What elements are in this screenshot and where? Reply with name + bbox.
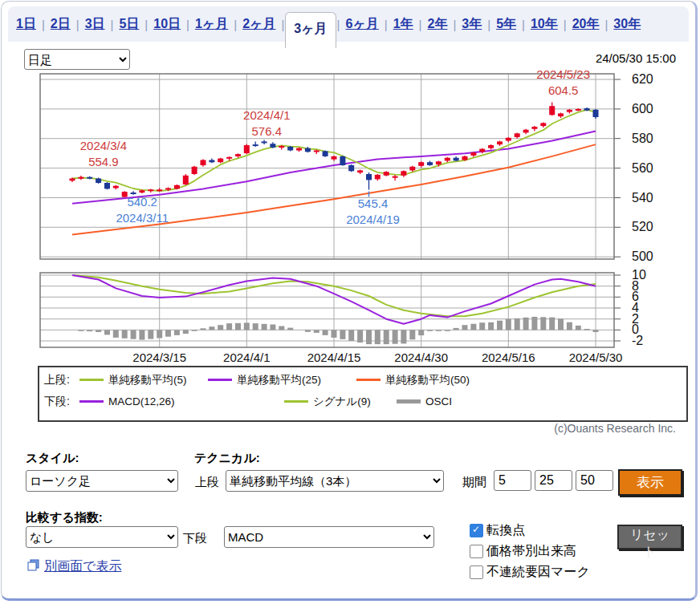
checkbox-1[interactable]	[470, 524, 483, 537]
tab-3ヶ月[interactable]: 3ヶ月	[285, 12, 336, 48]
legend-item-label: 単純移動平均(25)	[237, 373, 321, 387]
quote-timestamp: 24/05/30 15:00	[596, 51, 676, 65]
legend-upper-label: 上段:	[44, 373, 79, 387]
legend-item: 単純移動平均(25)	[208, 373, 356, 387]
tab-6ヶ月[interactable]: 6ヶ月	[341, 14, 384, 34]
svg-text:2024/3/11: 2024/3/11	[116, 211, 169, 225]
upper-indicator-select[interactable]: 単純移動平均線（3本）	[226, 470, 444, 492]
upper-prefix-label: 上段	[195, 475, 219, 490]
legend-swatch	[356, 379, 381, 381]
legend-item-label: 単純移動平均(50)	[385, 373, 470, 387]
svg-text:554.9: 554.9	[88, 155, 119, 168]
legend-item: シグナル(9)	[284, 395, 397, 409]
tab-10日[interactable]: 10日	[149, 14, 185, 34]
legend-item: MACD(12,26)	[79, 395, 284, 407]
svg-text:2024/4/15: 2024/4/15	[307, 351, 361, 364]
legend-item-label: 単純移動平均(5)	[108, 373, 187, 387]
tab-2年[interactable]: 2年	[423, 14, 453, 34]
checkbox-column: 転換点価格帯別出来高不連続要因マーク	[470, 522, 590, 585]
tab-5年[interactable]: 5年	[491, 14, 521, 34]
svg-text:600: 600	[632, 102, 653, 116]
style-label: スタイル:	[26, 451, 79, 466]
copyright-text: (c)Ouants Research Inc.	[554, 422, 676, 435]
svg-text:580: 580	[632, 132, 653, 145]
checkbox-label: 転換点	[486, 522, 525, 539]
svg-text:2024/3/4: 2024/3/4	[80, 139, 127, 152]
compare-select[interactable]: なし	[26, 526, 178, 548]
period-input-3[interactable]	[576, 470, 613, 491]
checkbox-row: 不連続要因マーク	[470, 564, 590, 581]
tab-3日[interactable]: 3日	[80, 14, 110, 34]
tab-1ヶ月[interactable]: 1ヶ月	[190, 14, 233, 34]
checkbox-label: 価格帯別出来高	[486, 543, 576, 560]
tab-1日[interactable]: 1日	[11, 14, 41, 34]
tab-2日[interactable]: 2日	[46, 14, 75, 34]
legend-lower-label: 下段:	[44, 395, 79, 409]
tab-10年[interactable]: 10年	[526, 14, 563, 34]
chart-area: 6206005805605405205001086420-22024/3/152…	[38, 70, 690, 370]
legend-item: OSCI	[397, 395, 452, 407]
checkbox-label: 不連続要因マーク	[486, 564, 590, 581]
timeframe-select[interactable]: 日足	[24, 49, 130, 70]
chart-tool-panel: 1日|2日|3日|5日|10日|1ヶ月|2ヶ月|3ヶ月|6ヶ月|1年|2年|3年…	[1, 1, 698, 601]
svg-text:2024/5/16: 2024/5/16	[482, 351, 535, 364]
checkbox-3[interactable]	[470, 565, 483, 579]
legend-swatch	[79, 379, 104, 381]
svg-text:2024/4/30: 2024/4/30	[394, 351, 448, 364]
show-button[interactable]: 表示	[618, 469, 682, 496]
tab-bar: 1日|2日|3日|5日|10日|1ヶ月|2ヶ月|3ヶ月|6ヶ月|1年|2年|3年…	[8, 6, 689, 42]
svg-text:2024/5/30: 2024/5/30	[569, 351, 623, 364]
compare-label: 比較する指数:	[26, 510, 103, 525]
svg-text:2024/4/1: 2024/4/1	[223, 351, 270, 364]
open-new-window[interactable]: 別画面で表示	[27, 558, 121, 575]
lower-prefix-label: 下段	[183, 531, 207, 546]
tab-20年[interactable]: 20年	[568, 14, 604, 34]
legend-box: 上段: 単純移動平均(5)単純移動平均(25)単純移動平均(50) 下段: MA…	[38, 366, 688, 422]
reset-button[interactable]: リセット	[617, 525, 682, 549]
svg-text:545.4: 545.4	[358, 197, 389, 210]
svg-text:604.5: 604.5	[548, 83, 579, 97]
price-macd-chart: 6206005805605405205001086420-22024/3/152…	[38, 70, 690, 367]
open-new-window-link[interactable]: 別画面で表示	[44, 558, 121, 575]
tab-3年[interactable]: 3年	[457, 14, 486, 34]
period-input-2[interactable]	[535, 470, 572, 491]
svg-text:560: 560	[632, 161, 653, 175]
svg-text:520: 520	[632, 220, 653, 233]
legend-item-label: シグナル(9)	[313, 395, 371, 409]
legend-swatch	[208, 379, 232, 381]
tab-30年[interactable]: 30年	[608, 14, 645, 34]
svg-text:500: 500	[632, 249, 653, 263]
svg-text:2024/3/15: 2024/3/15	[132, 351, 186, 364]
svg-text:2024/5/23: 2024/5/23	[536, 70, 590, 81]
legend-lower-row: 下段: MACD(12,26)シグナル(9)OSCI	[44, 391, 682, 412]
svg-text:-2: -2	[632, 334, 643, 347]
legend-swatch	[284, 400, 308, 403]
checkbox-2[interactable]	[470, 545, 483, 558]
tab-2ヶ月[interactable]: 2ヶ月	[238, 14, 280, 34]
tab-1年[interactable]: 1年	[389, 14, 418, 34]
svg-text:540: 540	[632, 191, 653, 205]
period-input-1[interactable]	[494, 470, 531, 491]
svg-text:620: 620	[632, 72, 653, 86]
legend-item: 単純移動平均(5)	[79, 373, 208, 387]
checkbox-row: 価格帯別出来高	[470, 543, 590, 560]
style-select[interactable]: ローソク足	[26, 470, 178, 492]
legend-swatch	[79, 400, 104, 403]
technical-label: テクニカル:	[194, 451, 260, 466]
tab-5日[interactable]: 5日	[114, 14, 144, 34]
svg-text:2024/4/19: 2024/4/19	[346, 213, 400, 226]
new-window-icon	[27, 559, 39, 574]
legend-item-label: MACD(12,26)	[108, 395, 175, 407]
lower-indicator-select[interactable]: MACD	[224, 526, 434, 548]
svg-text:2024/4/1: 2024/4/1	[243, 108, 290, 122]
legend-upper-row: 上段: 単純移動平均(5)単純移動平均(25)単純移動平均(50)	[44, 369, 682, 391]
legend-item: 単純移動平均(50)	[356, 373, 470, 387]
period-label: 期間	[462, 475, 486, 490]
checkbox-row: 転換点	[470, 522, 590, 539]
svg-text:540.2: 540.2	[127, 195, 157, 209]
legend-item-label: OSCI	[425, 395, 452, 407]
svg-text:576.4: 576.4	[252, 124, 283, 138]
legend-swatch	[397, 399, 421, 403]
